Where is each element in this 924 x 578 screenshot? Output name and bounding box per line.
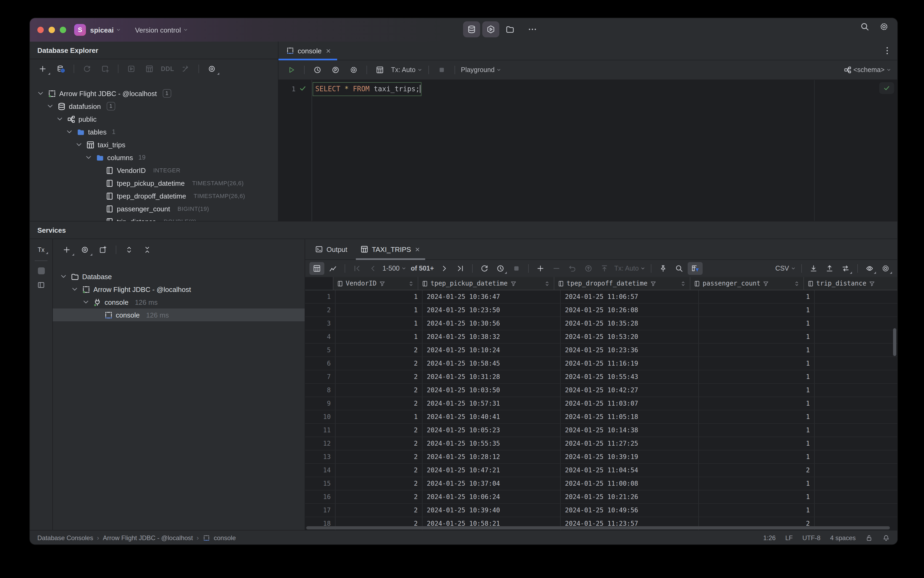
tree-item-passenger-count[interactable]: passenger_countBIGINT(19) — [30, 202, 278, 215]
stop-button[interactable] — [433, 63, 450, 77]
cell-passenger_count[interactable]: 1 — [699, 477, 815, 490]
tree-item-datafusion[interactable]: datafusion1 — [30, 100, 278, 113]
commit-button[interactable] — [597, 262, 612, 275]
cell-passenger_count[interactable]: 1 — [699, 317, 815, 330]
cell-tpep_pickup_datetime[interactable]: 2024-01-25 10:05:23 — [423, 424, 561, 437]
cell-trip_distance[interactable]: 0.8 — [815, 317, 897, 330]
cell-tpep_dropoff_datetime[interactable]: 2024-01-25 10:14:38 — [561, 424, 699, 437]
cell-tpep_dropoff_datetime[interactable]: 2024-01-25 10:53:20 — [561, 330, 699, 343]
first-page-button[interactable] — [349, 262, 365, 275]
filter-funnel-icon[interactable] — [650, 280, 657, 287]
reload-page-button[interactable] — [477, 262, 492, 275]
cell-passenger_count[interactable]: 1 — [699, 384, 815, 396]
row-number[interactable]: 14 — [305, 464, 336, 477]
find-button[interactable] — [672, 262, 687, 275]
preview-button[interactable] — [862, 262, 877, 275]
chevron-down-icon[interactable] — [59, 272, 68, 281]
page-range-dropdown[interactable]: 1-500 — [381, 262, 408, 275]
row-number[interactable]: 16 — [305, 490, 336, 503]
delete-row-button[interactable] — [549, 262, 564, 275]
cell-tpep_pickup_datetime[interactable]: 2024-01-25 10:03:50 — [423, 384, 561, 396]
add-row-button[interactable] — [533, 262, 548, 275]
cell-passenger_count[interactable]: 1 — [699, 437, 815, 450]
close-button[interactable] — [37, 27, 44, 33]
tree-item-tables[interactable]: tables1 — [30, 125, 278, 138]
run-button[interactable] — [283, 63, 300, 77]
tx-strip-button[interactable]: Tx — [36, 245, 47, 254]
cell-trip_distance[interactable]: 1.07 — [815, 344, 897, 357]
cell-trip_distance[interactable]: 1.8 — [815, 411, 897, 423]
cell-trip_distance[interactable]: 0.76 — [815, 397, 897, 410]
tree-item-console[interactable]: console126 ms — [53, 308, 305, 321]
cell-tpep_pickup_datetime[interactable]: 2024-01-25 10:55:35 — [423, 437, 561, 450]
indent-setting[interactable]: 4 spaces — [830, 534, 856, 542]
column-header-tpep_dropoff_datetime[interactable]: tpep_dropoff_datetime — [554, 277, 691, 290]
row-number[interactable]: 6 — [305, 357, 336, 370]
services-view-options-button[interactable] — [76, 243, 93, 257]
filter-funnel-icon[interactable] — [763, 280, 770, 287]
cell-trip_distance[interactable]: 11.99 — [815, 437, 897, 450]
file-encoding[interactable]: UTF-8 — [802, 534, 820, 542]
cell-vendorid[interactable]: 1 — [336, 290, 423, 303]
row-number-header[interactable] — [305, 277, 334, 290]
cell-tpep_pickup_datetime[interactable]: 2024-01-25 10:40:41 — [423, 411, 561, 423]
submit-button[interactable] — [581, 262, 596, 275]
project-files-button[interactable] — [501, 21, 519, 37]
cell-passenger_count[interactable]: 1 — [699, 344, 815, 357]
cell-tpep_dropoff_datetime[interactable]: 2024-01-25 11:27:25 — [561, 437, 699, 450]
vertical-scrollbar[interactable] — [893, 328, 896, 356]
column-header-passenger_count[interactable]: passenger_count — [691, 277, 804, 290]
cell-passenger_count[interactable]: 1 — [699, 504, 815, 516]
cell-passenger_count[interactable]: 1 — [699, 397, 815, 410]
open-each-in-new-tab-button[interactable] — [94, 243, 112, 257]
cell-tpep_pickup_datetime[interactable]: 2024-01-25 10:36:47 — [423, 290, 561, 303]
cell-vendorid[interactable]: 2 — [336, 384, 423, 396]
chevron-down-icon[interactable] — [75, 140, 83, 149]
cell-passenger_count[interactable]: 1 — [699, 304, 815, 317]
cell-trip_distance[interactable]: 1.14 — [815, 357, 897, 370]
cell-tpep_pickup_datetime[interactable]: 2024-01-25 10:28:12 — [423, 450, 561, 463]
add-datasource-button[interactable] — [34, 62, 51, 76]
filter-funnel-icon[interactable] — [869, 280, 875, 287]
cell-trip_distance[interactable]: 0.68 — [815, 424, 897, 437]
cell-tpep_dropoff_datetime[interactable]: 2024-01-25 10:55:43 — [561, 370, 699, 383]
breadcrumb-item[interactable]: Arrow Flight JDBC - @localhost — [103, 534, 193, 542]
schema-switcher[interactable]: <schema> — [841, 63, 893, 77]
row-number[interactable]: 4 — [305, 330, 336, 343]
cell-vendorid[interactable]: 2 — [336, 437, 423, 450]
cell-vendorid[interactable]: 2 — [336, 450, 423, 463]
tree-item-console[interactable]: console126 ms — [53, 295, 305, 308]
cell-trip_distance[interactable]: 0.4 — [815, 304, 897, 317]
cell-tpep_pickup_datetime[interactable]: 2024-01-25 10:39:40 — [423, 504, 561, 516]
cell-trip_distance[interactable]: 0.75 — [815, 450, 897, 463]
grid-settings-button[interactable] — [878, 262, 893, 275]
cell-vendorid[interactable]: 2 — [336, 357, 423, 370]
console-settings-button[interactable] — [345, 63, 362, 77]
explain-plan-button[interactable] — [327, 63, 344, 77]
row-number[interactable]: 10 — [305, 411, 336, 423]
row-number[interactable]: 15 — [305, 477, 336, 490]
filter-funnel-icon[interactable] — [510, 280, 517, 287]
cell-passenger_count[interactable]: 1 — [699, 357, 815, 370]
row-number[interactable]: 13 — [305, 450, 336, 463]
more-tools-button[interactable] — [524, 21, 541, 37]
tree-item-vendorid[interactable]: VendorIDINTEGER — [30, 164, 278, 177]
expand-all-button[interactable] — [121, 243, 138, 257]
cell-tpep_dropoff_datetime[interactable]: 2024-01-25 11:03:07 — [561, 397, 699, 410]
chevron-down-icon[interactable] — [70, 285, 79, 294]
revert-button[interactable] — [565, 262, 580, 275]
tab-options-icon[interactable] — [882, 46, 892, 55]
cell-trip_distance[interactable]: 9.49 — [815, 370, 897, 383]
sort-icon[interactable] — [793, 280, 800, 287]
datasource-properties-button[interactable] — [52, 62, 69, 76]
cell-vendorid[interactable]: 2 — [336, 397, 423, 410]
row-number[interactable]: 3 — [305, 317, 336, 330]
cell-passenger_count[interactable]: 1 — [699, 490, 815, 503]
cell-passenger_count[interactable]: 2 — [699, 464, 815, 477]
chevron-down-icon[interactable] — [46, 102, 54, 110]
cell-trip_distance[interactable]: 1.3 — [815, 330, 897, 343]
next-page-button[interactable] — [437, 262, 452, 275]
cell-tpep_dropoff_datetime[interactable]: 2024-01-25 10:23:36 — [561, 344, 699, 357]
cell-vendorid[interactable]: 2 — [336, 504, 423, 516]
cell-tpep_dropoff_datetime[interactable]: 2024-01-25 11:16:19 — [561, 357, 699, 370]
